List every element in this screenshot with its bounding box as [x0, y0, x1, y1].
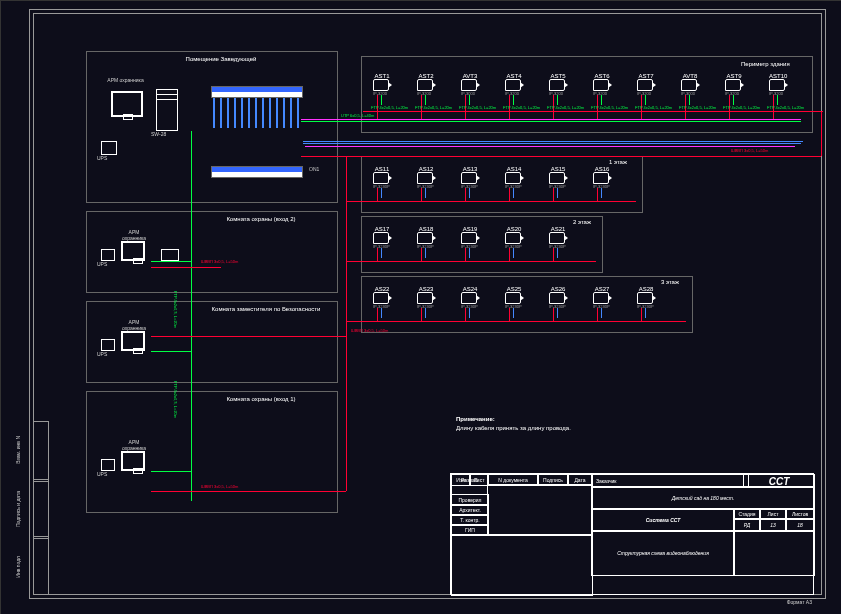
ups-2 — [101, 249, 115, 261]
camera-AS18: AS18IP-3230P — [417, 226, 435, 240]
camera-AST10: AST10IP-3200 — [769, 73, 787, 87]
camera-AS13: AS13IP-3230P — [461, 166, 479, 180]
camera-AST1: AST1IP-3200 — [373, 73, 391, 87]
camera-AS24: AS24IP-3230P — [461, 286, 479, 300]
tb-drawing: Структурная схема видеонаблюдения — [591, 530, 735, 576]
switch-strip-2 — [211, 166, 303, 178]
room-perimeter-title: Периметр здания — [741, 61, 790, 67]
camera-AVT3: AVT3IP-3000 — [461, 73, 479, 87]
format-label: Формат А3 — [787, 599, 812, 605]
ups-label: UPS — [97, 155, 107, 161]
room-deputy-title: Комната заместителя по Безопасности — [201, 306, 331, 312]
sidebar-label-2: Подпись и дата — [15, 491, 21, 527]
note-text: Длину кабеля принять за длину провода. — [456, 425, 656, 431]
camera-AS27: AS27IP-3230P — [593, 286, 611, 300]
ups-icon — [101, 141, 117, 155]
room-manager-title: Помещение Заведующей — [161, 56, 281, 62]
sidebar-label-1: Инв подл — [15, 556, 21, 578]
camera-AST6: AST6IP-3200 — [593, 73, 611, 87]
camera-AST7: AST7IP-3200 — [637, 73, 655, 87]
green-trunk — [191, 131, 192, 501]
room-guard2-title: Комната охраны (вход 2) — [201, 216, 321, 222]
room-floor3-title: 3 этаж — [661, 279, 679, 285]
cable-bundle — [213, 98, 299, 128]
camera-AS22: AS22IP-3230P — [373, 286, 391, 300]
camera-AS15: AS15IP-3230P — [549, 166, 567, 180]
camera-AST2: AST2IP-3200 — [417, 73, 435, 87]
on1-label: ON1 — [309, 166, 319, 172]
camera-AS14: AS14IP-3230P — [505, 166, 523, 180]
sidebar-label-3: Взам. инв N — [15, 436, 21, 464]
camera-AVT8: AVT8IP-3000 — [681, 73, 699, 87]
switch-strip-1 — [211, 86, 303, 98]
tb-project: Детский сад на 180 мест. — [591, 486, 815, 510]
camera-AST9: AST9IP-3200 — [725, 73, 743, 87]
camera-AST5: AST5IP-3200 — [549, 73, 567, 87]
camera-AS26: AS26IP-3230P — [549, 286, 567, 300]
camera-AS20: AS20IP-3230P — [505, 226, 523, 240]
tb-system: Система ССТ — [591, 508, 735, 532]
monitor-2 — [121, 241, 145, 261]
arm-label: АРМ охранника — [103, 77, 148, 83]
tb-company: CCT — [743, 474, 815, 488]
server-icon — [156, 89, 178, 131]
room-manager — [86, 51, 338, 203]
camera-AS28: AS28IP-3230P — [637, 286, 655, 300]
camera-AS12: AS12IP-3230P — [417, 166, 435, 180]
camera-AS11: AS11IP-3230P — [373, 166, 391, 180]
camera-AST4: AST4IP-3200 — [505, 73, 523, 87]
room-floor2-title: 2 этаж — [573, 219, 591, 225]
cad-canvas: Инв подл Подпись и дата Взам. инв N Поме… — [0, 0, 841, 614]
title-block: Изм Лист N документа Подпись Дата Разраб… — [450, 473, 814, 595]
room-guard1-title: Комната охраны (вход 1) — [201, 396, 321, 402]
monitor-4 — [121, 451, 145, 471]
camera-AS19: AS19IP-3230P — [461, 226, 479, 240]
camera-AS16: AS16IP-3230P — [593, 166, 611, 180]
camera-AS23: AS23IP-3230P — [417, 286, 435, 300]
sidebar-cells — [33, 421, 49, 595]
camera-AS25: AS25IP-3230P — [505, 286, 523, 300]
camera-AS17: AS17IP-3230P — [373, 226, 391, 240]
note-title: Примечание: — [456, 416, 495, 422]
red-main — [301, 156, 821, 157]
monitor-icon — [111, 91, 143, 117]
camera-AS21: AS21IP-3230P — [549, 226, 567, 240]
monitor-3 — [121, 331, 145, 351]
room-floor1-title: 1 этаж — [609, 159, 627, 165]
